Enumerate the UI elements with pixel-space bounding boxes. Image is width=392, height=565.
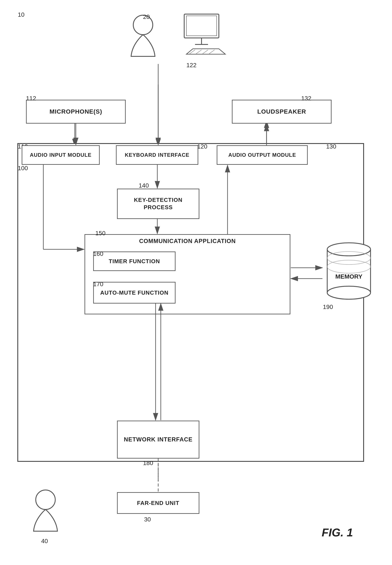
svg-text:MEMORY: MEMORY	[336, 273, 363, 280]
keyboard-interface-box: KEYBOARD INTERFACE	[116, 145, 198, 165]
ref-30: 30	[144, 516, 151, 523]
ref-140: 140	[139, 182, 149, 189]
ref-160: 160	[93, 250, 103, 257]
ref-120: 120	[197, 143, 207, 150]
ref-10: 10	[18, 11, 25, 18]
user-person-icon	[126, 13, 160, 64]
computer-icon	[182, 12, 230, 63]
auto-mute-box: AUTO-MUTE FUNCTION	[93, 282, 176, 304]
network-interface-box: NETWORK INTERFACE	[117, 420, 199, 459]
diagram: 10 20 122 MICROPHONE	[0, 0, 392, 565]
audio-input-box: AUDIO INPUT MODULE	[22, 145, 100, 165]
figure-label: FIG. 1	[322, 526, 353, 539]
far-end-unit-box: FAR-END UNIT	[117, 492, 199, 514]
key-detection-box: KEY-DETECTION PROCESS	[117, 189, 199, 219]
svg-line-27	[203, 50, 208, 54]
ref-100: 100	[18, 165, 28, 172]
svg-rect-22	[186, 16, 217, 36]
ref-112: 112	[26, 95, 36, 102]
ref-170: 170	[93, 281, 103, 288]
ref-122: 122	[186, 62, 196, 69]
ref-20: 20	[143, 14, 150, 20]
loudspeaker-box: LOUDSPEAKER	[232, 100, 332, 124]
ref-190: 190	[323, 304, 333, 310]
ref-40: 40	[41, 538, 48, 545]
ref-132: 132	[301, 95, 311, 102]
audio-output-box: AUDIO OUTPUT MODULE	[217, 145, 308, 165]
svg-point-35	[36, 490, 55, 509]
svg-rect-21	[184, 14, 219, 38]
svg-point-31	[327, 286, 371, 299]
far-end-person-icon	[28, 488, 63, 538]
ref-130: 130	[326, 143, 336, 150]
memory-cylinder: MEMORY	[323, 238, 375, 304]
ref-180: 180	[143, 460, 153, 466]
ref-150: 150	[95, 230, 106, 237]
svg-line-26	[196, 50, 201, 54]
svg-line-28	[209, 50, 214, 54]
svg-point-30	[327, 243, 371, 256]
microphones-box: MICROPHONE(S)	[26, 100, 126, 124]
comm-app-label: COMMUNICATION APPLICATION	[89, 238, 286, 245]
timer-function-box: TIMER FUNCTION	[93, 251, 176, 271]
